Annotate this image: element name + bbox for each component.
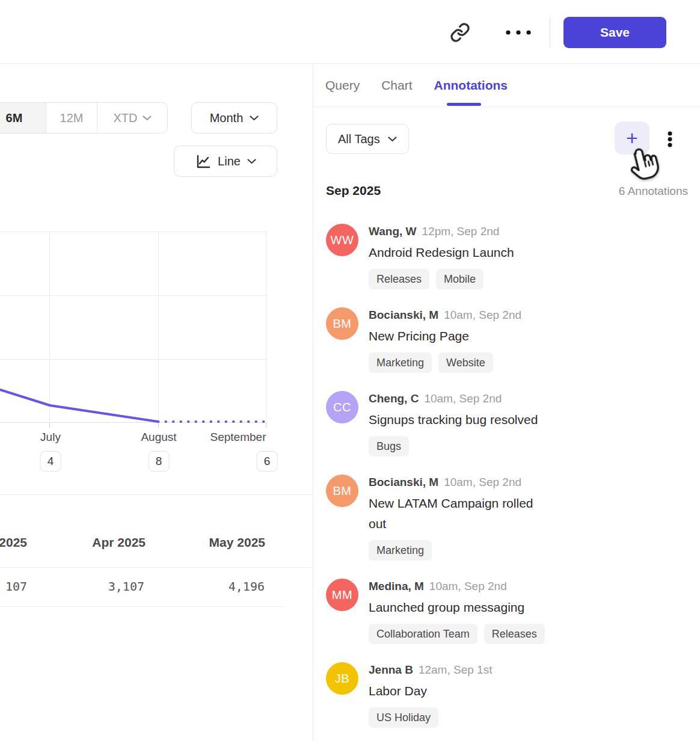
annotation-tag: Marketing (369, 352, 432, 373)
annotation-timestamp: 12am, Sep 1st (419, 663, 493, 677)
tab-query[interactable]: Query (325, 78, 360, 93)
save-button[interactable]: Save (563, 17, 666, 48)
avatar: BM (326, 307, 358, 340)
ellipsis-icon (505, 29, 532, 35)
table-header-col3: May 2025 (133, 535, 265, 550)
annotation-timestamp: 10am, Sep 2nd (444, 308, 521, 322)
annotation-tag: Website (438, 352, 493, 373)
annotation-title: New Pricing Page (369, 326, 521, 346)
right-panel-tabs: Query Chart Annotations (325, 64, 508, 106)
date-range-segmented-control: 6M 12M XTD (0, 102, 168, 134)
annotation-title: Signups tracking bug resolved (369, 410, 538, 430)
topbar-divider (550, 17, 550, 48)
tabs-bottom-border (313, 106, 700, 107)
annotation-item[interactable]: BM Bocianski, M 10am, Sep 2nd New LATAM … (326, 475, 688, 561)
tag-filter-label: All Tags (338, 132, 380, 146)
annotation-author: Medina, M (369, 579, 424, 594)
metric-line-svg (0, 232, 267, 430)
line-series (0, 390, 266, 422)
annotation-item[interactable]: JB Jenna B 12am, Sep 1st Labor Day US Ho… (326, 662, 688, 728)
chart-type-dropdown[interactable]: Line (174, 146, 277, 177)
table-value-col3: 4,196 (132, 579, 265, 594)
link-icon (450, 22, 470, 43)
table-top-border (0, 494, 313, 495)
avatar: CC (326, 391, 358, 423)
app-window: Save Query Chart Annotations 6M 12M XTD … (0, 0, 700, 741)
annotation-author: Bocianski, M (369, 475, 438, 490)
annotations-section-header: Sep 2025 6 Annotations (326, 183, 688, 198)
table-header-col2: Apr 2025 (13, 535, 146, 550)
avatar: BM (326, 475, 358, 507)
annotation-title: New LATAM Campaign rolled out (369, 493, 547, 534)
tab-chart[interactable]: Chart (381, 78, 412, 93)
top-bar: Save (0, 0, 700, 64)
annotation-author: Jenna B (369, 663, 413, 677)
copy-link-button[interactable] (447, 20, 473, 45)
kebab-menu-icon (667, 129, 673, 150)
granularity-dropdown[interactable]: Month (191, 102, 277, 134)
range-xtd-button[interactable]: XTD (97, 103, 167, 133)
annotation-item[interactable]: BM Bocianski, M 10am, Sep 2nd New Pricin… (326, 307, 688, 373)
annotation-timestamp: 10am, Sep 2nd (424, 392, 502, 406)
annotation-tag: US Holiday (369, 707, 438, 728)
avatar: WW (326, 224, 358, 256)
more-options-button[interactable] (502, 24, 535, 41)
tag-filter-dropdown[interactable]: All Tags (326, 124, 409, 154)
granularity-label: Month (210, 111, 244, 125)
table-value-col2: 3,107 (12, 579, 144, 594)
chart-type-label: Line (218, 155, 241, 168)
panel-divider (313, 64, 313, 741)
annotation-title: Android Redesign Launch (369, 242, 514, 263)
add-annotation-button[interactable]: + (615, 121, 649, 155)
x-axis-label-september: September (210, 431, 266, 444)
chart-gridlines (0, 232, 267, 423)
active-tab-underline (447, 103, 481, 106)
chevron-down-icon (143, 115, 152, 121)
annotation-tag: Releases (484, 624, 545, 644)
x-axis-label-july: July (40, 431, 61, 444)
table-header-divider (0, 567, 313, 568)
annotation-count-badge-september[interactable]: 6 (257, 451, 278, 472)
annotation-item[interactable]: MM Medina, M 10am, Sep 2nd Launched grou… (326, 579, 688, 644)
chevron-down-icon (388, 137, 397, 142)
range-12m-button[interactable]: 12M (46, 103, 97, 133)
annotation-tag: Mobile (436, 269, 484, 289)
avatar: JB (326, 662, 358, 695)
plus-icon: + (626, 126, 638, 149)
tab-annotations[interactable]: Annotations (434, 78, 508, 93)
table-bottom-border (0, 606, 284, 607)
range-xtd-label: XTD (114, 111, 138, 125)
annotation-tag: Releases (369, 269, 429, 289)
annotation-author: Cheng, C (369, 392, 419, 406)
annotation-timestamp: 10am, Sep 2nd (444, 475, 521, 490)
section-month-title: Sep 2025 (326, 183, 381, 198)
annotation-count-badge-july[interactable]: 4 (40, 451, 61, 472)
annotation-author: Wang, W (369, 224, 417, 239)
annotations-menu-button[interactable] (662, 128, 678, 151)
x-axis-ticks (50, 423, 266, 428)
range-6m-button[interactable]: 6M (0, 103, 46, 133)
annotation-timestamp: 10am, Sep 2nd (429, 579, 507, 594)
annotation-tag: Bugs (369, 436, 409, 457)
annotation-timestamp: 12pm, Sep 2nd (422, 224, 500, 239)
annotation-tag: Marketing (369, 540, 432, 561)
avatar: MM (326, 579, 358, 611)
annotation-tag: Collaboration Team (369, 624, 477, 644)
annotations-count: 6 Annotations (619, 185, 688, 198)
annotation-author: Bocianski, M (369, 308, 438, 322)
chevron-down-icon (250, 115, 259, 121)
x-axis-label-august: August (141, 431, 176, 444)
annotations-list: WW Wang, W 12pm, Sep 2nd Android Redesig… (326, 224, 688, 741)
annotation-title: Launched group messaging (369, 597, 545, 618)
chevron-down-icon (247, 159, 256, 164)
annotation-item[interactable]: CC Cheng, C 10am, Sep 2nd Signups tracki… (326, 391, 688, 457)
line-chart-icon (195, 153, 211, 170)
annotation-count-badge-august[interactable]: 8 (149, 451, 170, 472)
annotation-title: Labor Day (369, 681, 492, 701)
annotation-item[interactable]: WW Wang, W 12pm, Sep 2nd Android Redesig… (326, 224, 688, 289)
